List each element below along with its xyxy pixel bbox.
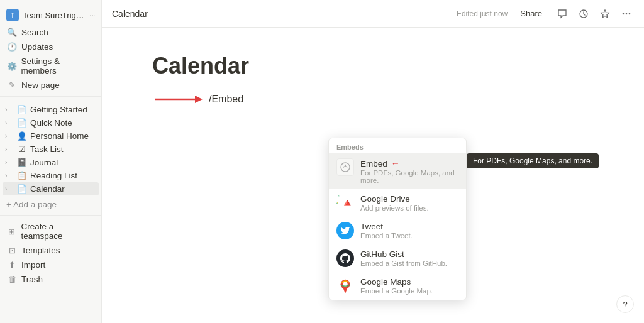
nav-item-label-getting-started: Getting Started	[30, 105, 95, 114]
new-page-icon: ✎	[6, 80, 18, 90]
sidebar-item-task-list[interactable]: › ☑ Task List	[3, 143, 99, 156]
help-button[interactable]: ?	[616, 295, 634, 313]
main-area: Calendar Edited just now Share Calendar	[102, 0, 644, 323]
sidebar-item-quick-note[interactable]: › 📄 Quick Note	[3, 116, 99, 129]
content-area: Calendar /Embed Embeds	[102, 28, 644, 323]
chevron-icon: ›	[5, 159, 14, 166]
github-option-title: GitHub Gist	[360, 249, 447, 259]
github-option-subtitle: Embed a Gist from GitHub.	[360, 260, 447, 267]
bottom-label-import: Import	[21, 260, 45, 270]
nav-item-icon-calendar: 📄	[16, 184, 28, 194]
dropdown-item-tweet[interactable]: Tweet Embed a Tweet.	[329, 217, 466, 244]
gdrive-icon: x 🔺	[336, 194, 354, 212]
add-page-item[interactable]: + Add a page	[0, 198, 101, 211]
chevron-icon: ›	[5, 106, 14, 113]
history-icon-button[interactable]	[576, 6, 591, 21]
svg-point-8	[345, 165, 346, 166]
gdrive-option-subtitle: Add previews of files.	[360, 204, 429, 212]
sidebar-item-calendar[interactable]: › 📄 Calendar	[3, 182, 99, 195]
nav-item-label-task-list: Task List	[30, 145, 95, 154]
updates-icon: 🕐	[6, 42, 18, 52]
sidebar-divider-bottom	[0, 215, 101, 216]
bottom-icon-create-teamspace: ⊞	[6, 227, 17, 236]
new-page-item[interactable]: ✎ New page	[0, 78, 101, 92]
red-arrow-icon	[152, 92, 203, 107]
chevron-icon: ›	[5, 133, 14, 140]
chevron-icon: ›	[5, 146, 14, 153]
nav-item-icon-quick-note: 📄	[16, 118, 28, 128]
settings-icon: ⚙️	[6, 62, 17, 71]
sidebar: T Team SureTriger... ··· 🔍 Search 🕐 Upda…	[0, 0, 102, 323]
sidebar-bottom-templates[interactable]: ⊡ Templates	[0, 243, 101, 258]
more-icon-button[interactable]	[619, 6, 634, 21]
embed-red-arrow-icon: ←	[391, 158, 400, 168]
settings-label: Settings & members	[21, 57, 95, 75]
team-chevron-icon: ···	[90, 12, 95, 19]
bottom-label-create-teamspace: Create a teamspace	[21, 222, 95, 241]
svg-point-4	[629, 13, 631, 14]
nav-item-label-personal-home: Personal Home	[30, 131, 95, 141]
search-item[interactable]: 🔍 Search	[0, 25, 101, 40]
bottom-icon-trash: 🗑	[6, 275, 18, 284]
nav-item-icon-getting-started: 📄	[16, 105, 28, 114]
dropdown-header: Embeds	[329, 138, 466, 153]
updates-item[interactable]: 🕐 Updates	[0, 40, 101, 54]
dropdown-item-gdrive[interactable]: x 🔺 Google Drive Add previews of files	[329, 189, 466, 217]
add-page-label: + Add a page	[6, 200, 57, 209]
gmaps-option-text: Google Maps Embed a Google Map.	[360, 277, 433, 295]
sidebar-bottom: ⊞ Create a teamspace ⊡ Templates ⬆ Impor…	[0, 219, 101, 287]
new-page-label: New page	[21, 80, 60, 90]
embed-dropdown-menu: Embeds Embed ← For PDFs, Google Maps, an…	[328, 138, 467, 300]
bottom-icon-templates: ⊡	[6, 246, 18, 255]
star-icon-button[interactable]	[597, 6, 613, 21]
team-header[interactable]: T Team SureTriger... ···	[0, 5, 101, 25]
tweet-option-title: Tweet	[360, 222, 413, 231]
sidebar-item-journal[interactable]: › 📓 Journal	[3, 156, 99, 169]
nav-section: › 📄 Getting Started › 📄 Quick Note › 👤 P…	[0, 103, 101, 195]
embed-option-subtitle: For PDFs, Google Maps, and more.	[360, 169, 458, 184]
svg-point-3	[626, 13, 628, 14]
team-avatar: T	[6, 9, 19, 21]
nav-item-label-journal: Journal	[30, 158, 95, 167]
sidebar-bottom-create-teamspace[interactable]: ⊞ Create a teamspace	[0, 219, 101, 243]
nav-item-label-calendar: Calendar	[30, 184, 95, 194]
nav-item-icon-journal: 📓	[16, 158, 28, 167]
embed-option-title: Embed ←	[360, 158, 458, 168]
nav-item-label-reading-list: Reading List	[30, 171, 95, 180]
sidebar-item-getting-started[interactable]: › 📄 Getting Started	[3, 103, 99, 116]
embed-command-text: /Embed	[209, 94, 243, 105]
gmaps-icon	[336, 277, 354, 295]
gmaps-option-title: Google Maps	[360, 277, 433, 287]
svg-marker-6	[195, 96, 203, 103]
dropdown-item-embed[interactable]: Embed ← For PDFs, Google Maps, and more.	[329, 153, 466, 189]
settings-item[interactable]: ⚙️ Settings & members	[0, 54, 101, 78]
team-name: Team SureTriger...	[23, 11, 86, 20]
embed-tooltip: For PDFs, Google Maps, and more.	[467, 153, 599, 168]
edit-status: Edited just now	[457, 9, 508, 18]
github-icon	[336, 249, 354, 267]
sidebar-bottom-import[interactable]: ⬆ Import	[0, 258, 101, 272]
nav-item-icon-personal-home: 👤	[16, 131, 28, 141]
twitter-icon	[336, 222, 354, 239]
topbar: Calendar Edited just now Share	[102, 0, 644, 28]
topbar-actions: Edited just now Share	[457, 6, 634, 21]
dropdown-item-github[interactable]: GitHub Gist Embed a Gist from GitHub.	[329, 244, 466, 272]
embed-option-text: Embed ← For PDFs, Google Maps, and more.	[360, 158, 458, 184]
nav-item-icon-task-list: ☑	[16, 145, 28, 154]
search-icon: 🔍	[6, 28, 18, 37]
sidebar-divider-top	[0, 96, 101, 97]
embed-option-icon	[336, 158, 354, 176]
dropdown-item-gmaps[interactable]: Google Maps Embed a Google Map.	[329, 272, 466, 300]
sidebar-item-reading-list[interactable]: › 📋 Reading List	[3, 169, 99, 182]
svg-point-7	[341, 163, 350, 172]
sidebar-item-personal-home[interactable]: › 👤 Personal Home	[3, 129, 99, 143]
sidebar-bottom-trash[interactable]: 🗑 Trash	[0, 272, 101, 287]
nav-item-label-quick-note: Quick Note	[30, 118, 95, 128]
bottom-label-trash: Trash	[21, 275, 43, 284]
share-button[interactable]: Share	[514, 6, 548, 21]
page-title-topbar: Calendar	[112, 9, 148, 19]
svg-marker-1	[601, 10, 609, 18]
chevron-icon: ›	[5, 172, 14, 179]
github-option-text: GitHub Gist Embed a Gist from GitHub.	[360, 249, 447, 267]
comment-icon-button[interactable]	[555, 6, 570, 21]
